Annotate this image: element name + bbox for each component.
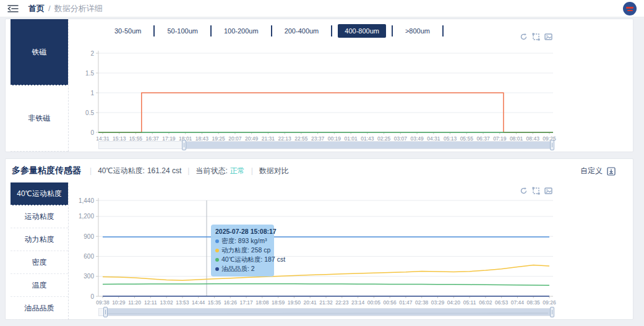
x-tick-label: 09:38 [96,299,109,306]
x-tick-label: 21:32 [319,299,333,306]
avatar-logo-mark [627,10,633,11]
x-tick-label: 11:20 [128,299,141,306]
breadcrumb-home[interactable]: 首页 [28,3,45,14]
breadcrumb-separator: / [48,4,51,13]
y-tick-label: 0.5 [85,109,94,116]
avatar-logo-mark [626,7,633,9]
x-tick-label: 09:26 [543,299,556,306]
x-tick-label: 06:02 [479,299,492,306]
x-tick-label: 08:35 [527,299,541,306]
x-tick-label: 04:20 [447,299,461,306]
y-tick-label: 300 [84,273,94,280]
x-tick-label: 01:47 [399,299,413,306]
series-line-2 [103,284,549,286]
x-tick-label: 18:59 [272,299,285,306]
viscosity-sensor-panel: 多参量粘度传感器 |40℃运动粘度:161.24 cst|当前状态:正常|数据对… [5,158,633,320]
top-chart-datazoom-slider[interactable] [98,141,553,149]
x-tick-label: 13:53 [176,299,189,306]
menu-fold-icon[interactable] [7,4,19,13]
x-tick-label: 10:29 [112,299,126,306]
y-tick-label: 900 [84,233,94,240]
x-tick-label: 18:08 [255,299,269,306]
breadcrumb-current: 数据分析详细 [54,3,103,14]
particle-chart-panel: 铁磁非铁磁 30-50um50-100um100-200um200-400um4… [5,19,633,152]
breadcrumb: 首页 / 数据分析详细 [28,3,103,14]
x-tick-label: 03:29 [431,299,445,306]
x-tick-label: 23:14 [351,299,365,306]
y-tick-label: 0 [90,129,94,136]
x-tick-label: 22:23 [335,299,349,306]
x-tick-label: 14:44 [192,299,205,306]
x-tick-label: 17:17 [239,299,253,306]
x-tick-label: 16:26 [224,299,238,306]
x-tick-label: 12:11 [144,299,157,306]
x-tick-label: 00:56 [384,299,397,306]
x-tick-label: 06:53 [495,299,509,306]
x-tick-label: 00:05 [367,299,381,306]
x-tick-label: 20:41 [304,299,317,306]
x-tick-label: 05:11 [463,299,476,306]
y-tick-label: 1,440 [79,197,94,204]
y-tick-label: 1,200 [79,213,94,220]
datazoom-selected-range[interactable] [184,142,552,148]
x-tick-label: 02:38 [415,299,429,306]
y-tick-label: 600 [84,253,94,260]
user-avatar[interactable] [623,2,637,15]
x-tick-label: 13:02 [160,299,174,306]
viscosity-trend-chart: 03006009001,2001,44009:3810:2911:2012:11… [6,159,633,319]
datazoom-handle-right[interactable] [550,140,554,150]
x-tick-label: 07:44 [511,299,525,306]
y-tick-label: 1.5 [85,70,94,77]
x-tick-label: 15:35 [208,299,221,306]
y-tick-label: 1 [90,90,94,97]
particle-count-chart: 00.511.5214:3115:1315:5516:3717:1918:011… [6,19,633,152]
x-tick-label: 19:50 [288,299,301,306]
datazoom-data-shadow [99,307,552,315]
y-tick-label: 2 [90,50,94,57]
datazoom-handle-left[interactable] [182,140,186,150]
header: 首页 / 数据分析详细 [0,0,644,17]
datazoom-handle-right[interactable] [550,307,554,317]
series-line-1 [103,265,549,281]
datazoom-handle-left[interactable] [103,307,108,317]
bottom-chart-datazoom-slider[interactable] [98,308,553,316]
y-tick-label: 0 [90,293,94,300]
